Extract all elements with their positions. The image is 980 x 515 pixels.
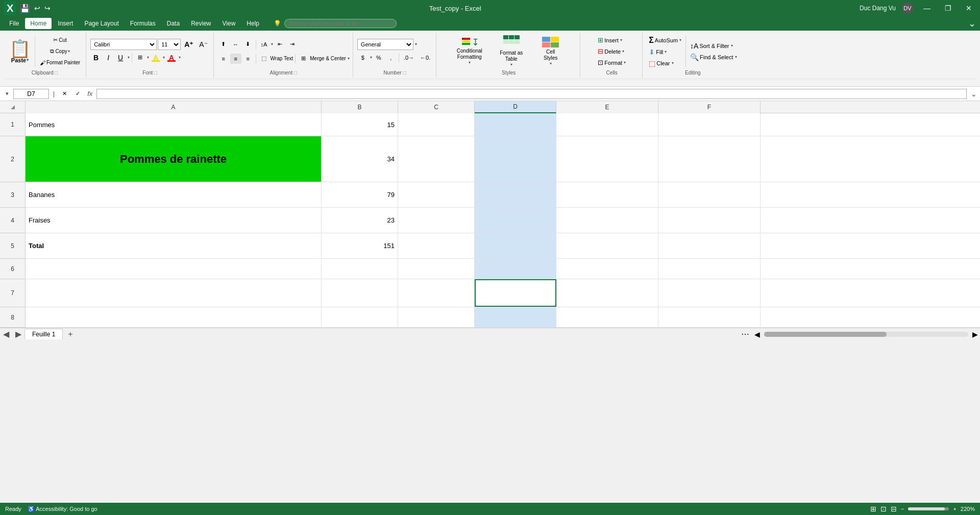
minimize-button[interactable]: —	[919, 2, 935, 14]
align-middle-button[interactable]: ↔	[230, 39, 241, 50]
wrap-text-button[interactable]: ⬚	[258, 54, 270, 64]
cell-f3[interactable]	[658, 182, 761, 207]
confirm-input-button[interactable]: ✓	[72, 89, 83, 99]
menu-review[interactable]: Review	[186, 18, 216, 29]
cancel-input-button[interactable]: ✕	[59, 89, 70, 99]
search-input[interactable]	[284, 19, 397, 28]
font-name-select[interactable]: Calibri	[90, 39, 157, 50]
cell-f4[interactable]	[658, 208, 761, 233]
text-direction-arrow[interactable]: ▾	[271, 42, 273, 46]
font-color-button[interactable]: A	[166, 53, 177, 63]
cell-b8[interactable]	[322, 307, 398, 327]
cell-d1[interactable]	[475, 113, 556, 136]
ribbon-collapse-icon[interactable]: ⌄	[968, 18, 976, 29]
number-format-select[interactable]: General	[357, 39, 413, 50]
find-select-button[interactable]: 🔍 Find & Select ▾	[688, 52, 739, 62]
percent-button[interactable]: %	[373, 53, 384, 63]
col-header-e[interactable]: E	[556, 101, 658, 113]
undo-icon[interactable]: ↩	[34, 4, 40, 12]
close-button[interactable]: ✕	[962, 2, 976, 14]
cell-f7[interactable]	[658, 279, 761, 307]
cell-e8[interactable]	[556, 307, 658, 327]
col-header-b[interactable]: B	[322, 101, 398, 113]
col-header-f[interactable]: F	[658, 101, 761, 113]
h-scroll-thumb[interactable]	[764, 332, 887, 337]
align-left-button[interactable]: ≡	[218, 54, 229, 64]
align-center-button[interactable]: ≡	[230, 54, 241, 64]
row-header-8[interactable]: 8	[0, 307, 26, 328]
menu-formulas[interactable]: Formulas	[125, 18, 161, 29]
clipboard-expand-icon[interactable]: ⬚	[54, 70, 58, 75]
format-arrow[interactable]: ▾	[624, 60, 626, 65]
font-size-select[interactable]: 11	[158, 39, 181, 50]
row-header-2[interactable]: 2	[0, 136, 26, 182]
cell-b2[interactable]: 34	[322, 136, 398, 182]
cell-e2[interactable]	[556, 136, 658, 182]
copy-button[interactable]: ⧉ Copy ▾	[37, 46, 83, 57]
fill-arrow[interactable]: ▾	[665, 50, 667, 54]
conditional-formatting-button[interactable]: ↧ ConditionalFormatting ▾	[449, 36, 490, 66]
cell-d5[interactable]	[475, 233, 556, 258]
hscroll-right-btn[interactable]: ▶	[970, 330, 980, 338]
format-as-table-button[interactable]: Format asTable ▾	[491, 36, 532, 66]
align-bottom-button[interactable]: ⬇	[242, 39, 254, 50]
text-direction-button[interactable]: ↕A	[258, 39, 270, 50]
increase-decimal-button[interactable]: .0→	[401, 53, 416, 63]
font-shrink-button[interactable]: A⁻	[197, 39, 210, 50]
h-scroll-track[interactable]	[764, 332, 968, 337]
cell-b7[interactable]	[322, 279, 398, 307]
cell-c8[interactable]	[398, 307, 475, 327]
menu-page-layout[interactable]: Page Layout	[79, 18, 124, 29]
cell-b5[interactable]: 151	[322, 233, 398, 258]
cell-d8[interactable]	[475, 307, 556, 327]
cell-a2[interactable]: Pommes de rainette	[26, 136, 322, 182]
sort-arrow[interactable]: ▾	[731, 43, 733, 48]
add-sheet-button[interactable]: +	[63, 330, 78, 339]
delete-cells-button[interactable]: ⊟ Delete ▾	[594, 46, 629, 57]
insert-cells-button[interactable]: ⊞ Insert ▾	[594, 35, 629, 45]
align-top-button[interactable]: ⬆	[218, 39, 229, 50]
find-arrow[interactable]: ▾	[735, 55, 737, 59]
underline-button[interactable]: U	[115, 53, 126, 63]
formula-expand-button[interactable]: ⌄	[971, 90, 977, 98]
hscroll-left-btn[interactable]: ◀	[752, 330, 762, 338]
merge-center-arrow[interactable]: ▾	[348, 56, 350, 61]
comma-button[interactable]: ,	[385, 53, 397, 63]
scroll-right-icon[interactable]: ▶	[12, 329, 24, 339]
cell-b6[interactable]	[322, 259, 398, 279]
redo-icon[interactable]: ↪	[44, 4, 51, 12]
italic-button[interactable]: I	[103, 53, 114, 63]
cell-e6[interactable]	[556, 259, 658, 279]
cell-c1[interactable]	[398, 113, 475, 136]
cell-c4[interactable]	[398, 208, 475, 233]
cell-a4[interactable]: Fraises	[26, 208, 322, 233]
sheet-tab-feuille1[interactable]: Feuille 1	[24, 329, 63, 339]
cell-reference-input[interactable]	[13, 89, 49, 99]
font-color-dropdown-arrow[interactable]: ▾	[179, 55, 181, 60]
cell-e5[interactable]	[556, 233, 658, 258]
cell-a6[interactable]	[26, 259, 322, 279]
indent-increase-button[interactable]: ⇥	[286, 39, 298, 50]
cell-b3[interactable]: 79	[322, 182, 398, 207]
menu-help[interactable]: Help	[241, 18, 264, 29]
col-header-a[interactable]: A	[26, 101, 322, 113]
font-expand-icon[interactable]: ⬚	[154, 70, 158, 75]
select-all-triangle[interactable]	[11, 105, 15, 109]
cell-e3[interactable]	[556, 182, 658, 207]
cell-a3[interactable]: Bananes	[26, 182, 322, 207]
format-painter-button[interactable]: 🖌 Format Painter	[37, 58, 83, 68]
cell-c5[interactable]	[398, 233, 475, 258]
cell-f6[interactable]	[658, 259, 761, 279]
cell-a8[interactable]	[26, 307, 322, 327]
col-header-c[interactable]: C	[398, 101, 475, 113]
col-header-d[interactable]: D	[475, 101, 556, 113]
currency-button[interactable]: $	[357, 53, 369, 63]
menu-data[interactable]: Data	[162, 18, 185, 29]
bold-button[interactable]: B	[90, 53, 102, 63]
clear-arrow[interactable]: ▾	[672, 61, 674, 65]
cell-c2[interactable]	[398, 136, 475, 182]
row-header-6[interactable]: 6	[0, 259, 26, 279]
number-expand-icon[interactable]: ⬚	[403, 70, 407, 75]
menu-home[interactable]: Home	[25, 18, 52, 29]
row-header-4[interactable]: 4	[0, 208, 26, 233]
